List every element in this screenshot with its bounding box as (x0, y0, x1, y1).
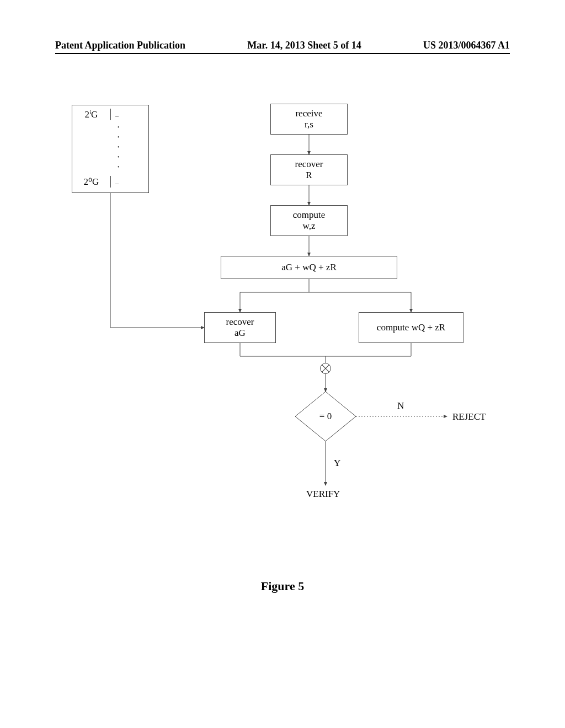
step-recover-R: recover R (270, 154, 348, 185)
flowchart-canvas: 2ⁱG – • • • • • 2⁰G – receive r,s recove… (0, 99, 565, 651)
decision-eq-zero: = 0 (295, 392, 356, 441)
lookup-table: 2ⁱG – • • • • • 2⁰G – (72, 105, 149, 193)
header-left: Patent Application Publication (55, 40, 185, 51)
header-right: US 2013/0064367 A1 (423, 40, 510, 51)
decision-text: = 0 (319, 411, 332, 422)
table-tick: – (115, 112, 119, 120)
figure-label: Figure 5 (0, 579, 565, 593)
table-row-top: 2ⁱG (72, 109, 111, 120)
table-tick: – (115, 179, 119, 188)
step-compute-wQzR: compute wQ + zR (359, 312, 463, 343)
header-rule (55, 53, 510, 54)
step-sum-expr: aG + wQ + zR (221, 256, 397, 279)
table-row-bottom: 2⁰G (72, 176, 111, 188)
step-compute-wz: compute w,z (270, 205, 348, 236)
result-reject: REJECT (452, 411, 486, 422)
step-recover-aG: recover aG (204, 312, 276, 343)
step-receive: receive r,s (270, 104, 348, 135)
label-Y: Y (334, 458, 340, 469)
label-N: N (397, 400, 404, 411)
combine-node (320, 363, 331, 374)
header-center: Mar. 14, 2013 Sheet 5 of 14 (247, 40, 361, 51)
result-verify: VERIFY (306, 489, 340, 500)
